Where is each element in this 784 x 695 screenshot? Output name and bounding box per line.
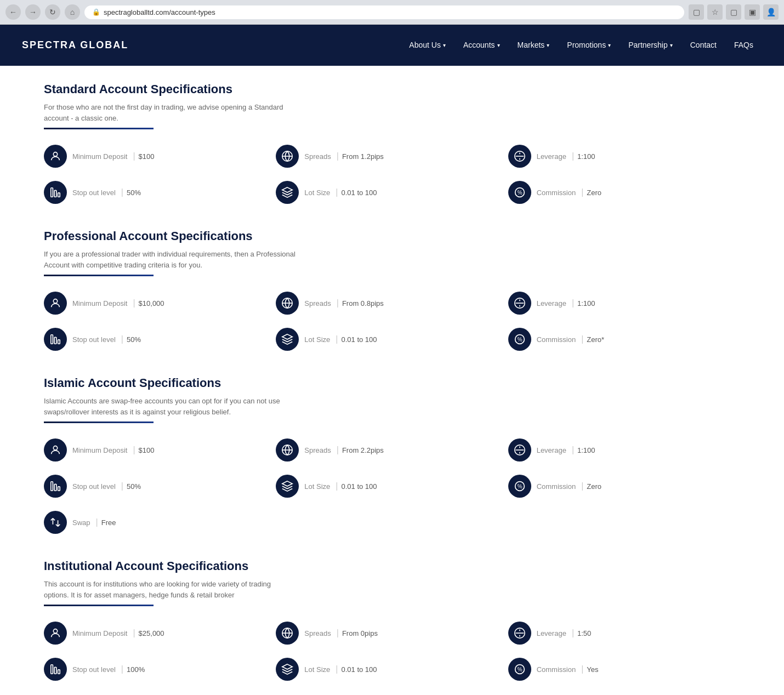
spec-value: From 0.8pips: [342, 299, 384, 307]
nav-about[interactable]: About Us ▾: [400, 25, 455, 66]
spec-value: Zero: [587, 189, 601, 197]
spec-value: 0.01 to 100: [341, 189, 377, 197]
extension-button[interactable]: ▢: [726, 4, 741, 20]
reload-button[interactable]: ↻: [45, 4, 60, 20]
spec-item: Leverage|1:100: [508, 141, 740, 171]
spec-text: Leverage|1:50: [537, 628, 592, 638]
svg-rect-7: [51, 188, 53, 197]
spec-text: Leverage|1:100: [537, 298, 595, 308]
lot-size-icon: [276, 658, 299, 681]
nav-faqs[interactable]: FAQs: [725, 25, 762, 66]
nav-faqs-label: FAQs: [734, 25, 753, 66]
spec-item: Leverage|1:100: [508, 288, 740, 318]
spec-item: Minimum Deposit|$100: [44, 435, 276, 465]
address-bar[interactable]: 🔒 spectragloballtd.com/account-types: [84, 5, 684, 19]
home-button[interactable]: ⌂: [65, 4, 80, 20]
account-description: This account is for institutions who are…: [44, 579, 296, 600]
section-divider: [44, 128, 154, 129]
spec-label: Minimum Deposit: [72, 152, 127, 161]
minimum-deposit-icon: [44, 438, 67, 462]
nav-accounts[interactable]: Accounts ▾: [455, 25, 509, 66]
minimum-deposit-icon: [44, 292, 67, 315]
spec-separator: |: [581, 481, 583, 491]
spec-text: Minimum Deposit|$25,000: [72, 628, 164, 638]
profile-button[interactable]: 👤: [763, 4, 779, 20]
spec-label: Stop out level: [72, 189, 116, 197]
spec-separator: |: [572, 298, 574, 308]
spec-value: Yes: [587, 665, 598, 674]
nav-promotions-label: Promotions: [567, 25, 606, 66]
screenshot-button[interactable]: ▢: [689, 4, 704, 20]
spec-label: Stop out level: [72, 335, 116, 344]
spec-text: Leverage|1:100: [537, 151, 595, 161]
nav-contact[interactable]: Contact: [681, 25, 725, 66]
spec-separator: |: [133, 628, 135, 638]
spec-item: Lot Size|0.01 to 100: [276, 471, 508, 501]
spec-separator: |: [337, 628, 339, 638]
svg-text:%: %: [517, 483, 522, 489]
account-title: Professional Account Specifications: [44, 229, 740, 243]
spec-separator: |: [133, 151, 135, 161]
nav-partnership-label: Partnership: [628, 25, 668, 66]
spec-value: 0.01 to 100: [341, 335, 377, 344]
spec-text: Commission|Zero: [537, 187, 601, 197]
spec-item: Spreads|From 1.2pips: [276, 141, 508, 171]
svg-point-0: [53, 152, 57, 156]
spec-value: 50%: [127, 335, 141, 344]
spec-value: $100: [139, 152, 155, 161]
nav-accounts-arrow: ▾: [497, 25, 500, 66]
spec-item: Spreads|From 0.8pips: [276, 288, 508, 318]
spec-separator: |: [572, 151, 574, 161]
spec-separator: |: [337, 445, 339, 455]
spec-value: 50%: [127, 189, 141, 197]
forward-button[interactable]: →: [25, 4, 41, 20]
spec-label: Leverage: [537, 446, 566, 454]
stop-out-level-icon: [44, 658, 67, 681]
spec-text: Commission|Zero: [537, 481, 601, 491]
spec-text: Spreads|From 2.2pips: [304, 445, 383, 455]
back-button[interactable]: ←: [5, 4, 21, 20]
nav-contact-label: Contact: [690, 25, 717, 66]
sidebar-button[interactable]: ▣: [745, 4, 760, 20]
spec-separator: |: [581, 187, 583, 197]
spec-label: Spreads: [304, 446, 331, 454]
specs-grid: Minimum Deposit|$10,000 Spreads|From 0.8…: [44, 288, 740, 354]
spec-item: % Commission|Zero*: [508, 324, 740, 354]
spec-separator: |: [121, 481, 123, 491]
spec-text: Stop out level|100%: [72, 664, 145, 674]
spec-item: Minimum Deposit|$100: [44, 141, 276, 171]
spec-value: 0.01 to 100: [341, 482, 377, 491]
specs-grid: Minimum Deposit|$100 Spreads|From 2.2pip…: [44, 435, 740, 537]
spec-item: Stop out level|100%: [44, 654, 276, 684]
navigation: SPECTRA GLOBAL About Us ▾ Accounts ▾ Mar…: [0, 25, 784, 66]
spec-value: $100: [139, 446, 155, 454]
svg-point-24: [53, 446, 57, 450]
svg-rect-44: [54, 667, 56, 674]
spec-value: Zero*: [587, 335, 604, 344]
spec-separator: |: [133, 445, 135, 455]
svg-rect-19: [51, 335, 53, 344]
spec-text: Minimum Deposit|$10,000: [72, 298, 164, 308]
browser-chrome: ← → ↻ ⌂ 🔒 spectragloballtd.com/account-t…: [0, 0, 784, 25]
spec-label: Stop out level: [72, 665, 116, 674]
spec-text: Spreads|From 0.8pips: [304, 298, 383, 308]
spec-value: From 2.2pips: [342, 446, 384, 454]
spec-separator: |: [336, 187, 338, 197]
nav-promotions[interactable]: Promotions ▾: [558, 25, 620, 66]
spreads-icon: [276, 292, 299, 315]
account-title: Islamic Account Specifications: [44, 376, 740, 390]
nav-markets[interactable]: Markets ▾: [509, 25, 559, 66]
spec-item: % Commission|Zero: [508, 471, 740, 501]
account-section-2: Islamic Account SpecificationsIslamic Ac…: [44, 376, 740, 537]
nav-partnership[interactable]: Partnership ▾: [620, 25, 681, 66]
section-divider: [44, 421, 154, 423]
lot-size-icon: [276, 475, 299, 498]
spec-label: Leverage: [537, 152, 566, 161]
spec-text: Stop out level|50%: [72, 187, 141, 197]
spec-value: Free: [101, 519, 116, 527]
bookmark-button[interactable]: ☆: [707, 4, 723, 20]
spec-separator: |: [133, 298, 135, 308]
swap-icon: [44, 511, 67, 534]
commission-icon: %: [508, 181, 531, 204]
nav-accounts-label: Accounts: [463, 25, 495, 66]
